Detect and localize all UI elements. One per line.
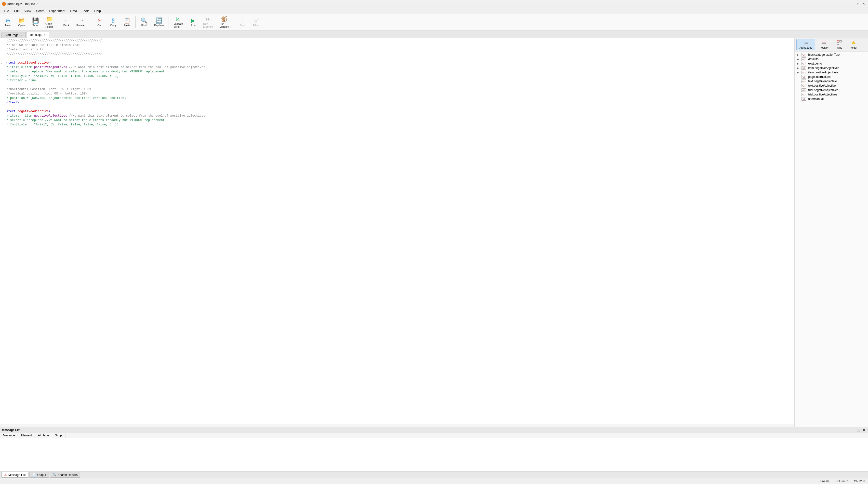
status-ch: Ch 2286: [854, 480, 865, 483]
tree-item-text-negative[interactable]: </>text.negativeAdjective: [795, 79, 868, 84]
tree-item-page-instructions[interactable]: </>page.instructions: [795, 74, 868, 79]
maximize-button[interactable]: □: [856, 1, 861, 6]
line-content: / position = (50%,40%) //(horizontal pos…: [3, 96, 795, 101]
paste-icon: 📋: [124, 18, 130, 23]
cut-icon: ✂: [97, 18, 102, 23]
sidebar-tab-label-folder: Folder: [849, 46, 857, 49]
code-span: negativeAdjective: [18, 110, 49, 113]
sidebar-tab-folder[interactable]: Folder: [846, 39, 860, 50]
code-span: //select our stimuli:: [6, 48, 45, 51]
toolbar-btn-find[interactable]: 🔍Find: [138, 17, 150, 28]
editor-scroll[interactable]: ////////////////////////////////////////…: [0, 38, 795, 424]
close-button[interactable]: ✕: [861, 1, 866, 6]
tree-expand-item-negative[interactable]: ▶: [797, 66, 800, 70]
toolbar-btn-paste[interactable]: 📋Paste: [121, 17, 133, 28]
find-label: Find: [142, 24, 147, 27]
tree-expand-defaults[interactable]: ▶: [797, 58, 800, 61]
title-bar: demo.iqjs* - Inquisit 7 ─ □ ✕: [0, 0, 868, 8]
toolbar-btn-forward[interactable]: →Forward: [73, 17, 89, 28]
toolbar-btn-validate[interactable]: ☑ValidateScript: [171, 15, 186, 29]
menu-item-experiment[interactable]: Experiment: [48, 8, 67, 13]
menu-item-tools[interactable]: Tools: [80, 8, 91, 13]
tree-item-expt-demo[interactable]: ▶</>expt.demo: [795, 61, 868, 66]
menu-item-view[interactable]: View: [22, 8, 33, 13]
code-span: positiveAdjective: [18, 61, 49, 65]
menu-item-data[interactable]: Data: [68, 8, 79, 13]
sidebar-tab-alphabetic[interactable]: ↑Alphabetic: [796, 39, 815, 50]
tree-item-block-categorization[interactable]: ▶</>block.categorizationTask: [795, 53, 868, 57]
message-expand-button[interactable]: ⬜: [857, 428, 861, 432]
line-content: <text positiveAdjective>: [3, 61, 795, 65]
tree-item-label-text-negative: text.negativeAdjective: [808, 80, 837, 83]
tree-expand-expt-demo[interactable]: ▶: [797, 62, 800, 65]
save-icon: 💾: [32, 18, 39, 23]
tree-expand-block-categorization[interactable]: ▶: [797, 53, 800, 56]
sidebar-panel: ↑AlphabeticPositionTypeFolder ▶</>block.…: [795, 38, 868, 427]
message-col-message[interactable]: Message: [0, 433, 18, 438]
toolbar-btn-cut[interactable]: ✂Cut: [93, 17, 106, 28]
tree-item-label-item-negative: item.negativeAdjectives: [808, 66, 839, 70]
message-close-button[interactable]: ✕: [862, 428, 866, 432]
toolbar-btn-open[interactable]: 📂Open: [15, 17, 28, 28]
fold-marker: [0, 70, 3, 74]
tree-item-text-positive[interactable]: </>text.positiveAdjective: [795, 84, 868, 88]
toolbar-btn-new[interactable]: ⊕New: [1, 17, 14, 28]
minimize-button[interactable]: ─: [850, 1, 855, 6]
fold-marker: [0, 43, 3, 48]
save-label: Save: [32, 24, 38, 27]
code-span: //Then we declare our text elements that: [6, 43, 80, 47]
line-content: </text>: [3, 101, 795, 105]
code-span: / items = item.: [6, 65, 34, 69]
fold-marker: [0, 92, 3, 96]
tree-item-item-negative[interactable]: ▶</>item.negativeAdjectives: [795, 66, 868, 70]
editor-line: / items = item.negativeAdjectives //we w…: [0, 114, 795, 119]
toolbar-btn-copy[interactable]: ⎘Copy: [107, 17, 120, 28]
toolbar-btn-replace[interactable]: 🔄Replace: [151, 17, 167, 28]
tab-start-page[interactable]: Start Page×: [1, 32, 26, 38]
line-content: ////////////////////////////////////////…: [3, 52, 795, 57]
fold-marker[interactable]: -: [0, 110, 3, 114]
menu-item-file[interactable]: File: [2, 8, 11, 13]
menu-item-edit[interactable]: Edit: [12, 8, 21, 13]
tree-expand-item-positive[interactable]: ▶: [797, 71, 800, 74]
tab-demo-iqjs[interactable]: demo.iqjs×: [26, 32, 49, 38]
menu-item-help[interactable]: Help: [92, 8, 103, 13]
message-col-attribute[interactable]: Attribute: [35, 433, 52, 438]
bottom-tab-message-list[interactable]: ⚠Message List: [1, 472, 28, 478]
editor-line: / fontStyle = ("Arial", 5%, false, false…: [0, 74, 795, 79]
toolbar-btn-run-monkey[interactable]: 🐒RunMonkey: [217, 15, 232, 29]
menu-item-script[interactable]: Script: [34, 8, 46, 13]
code-span: / select = noreplace //we want to select…: [6, 119, 165, 122]
toolbar-btn-open-folder[interactable]: 📁OpenFolder: [43, 15, 56, 29]
tab-close-start-page[interactable]: ×: [20, 34, 23, 37]
tree-item-trial-positive[interactable]: </>trial.positiveAdjectives: [795, 92, 868, 97]
tab-close-demo-iqjs[interactable]: ×: [44, 33, 46, 36]
bottom-tab-output[interactable]: 📄Output: [29, 472, 49, 478]
tree-item-defaults[interactable]: ▶</>defaults: [795, 57, 868, 61]
toolbar-btn-save[interactable]: 💾Save: [29, 17, 42, 28]
tree-item-user-manual[interactable]: </>userManual: [795, 97, 868, 101]
line-content: ////////////////////////////////////////…: [3, 39, 795, 43]
toolbar-btn-run[interactable]: ▶Run: [187, 17, 199, 28]
fold-marker: [0, 123, 3, 127]
sidebar-tab-position[interactable]: Position: [816, 39, 832, 50]
open-folder-label: OpenFolder: [45, 22, 53, 28]
line-content: / fontStyle = ("Arial", 5%, false, false…: [3, 123, 795, 127]
tree-code-icon-trial-negative: </>: [801, 88, 806, 92]
filter-icon: ▽: [254, 18, 258, 23]
bottom-tab-search-results[interactable]: 🔍Search Results: [50, 472, 80, 478]
tree-item-item-positive[interactable]: ▶</>item.positiveAdjectives: [795, 70, 868, 74]
sidebar-tab-type[interactable]: Type: [833, 39, 846, 50]
tree-item-trial-negative[interactable]: </>trial.negativeAdjectives: [795, 88, 868, 92]
message-col-element[interactable]: Element: [18, 433, 35, 438]
fold-marker: [0, 79, 3, 83]
toolbar-btn-back[interactable]: ←Back: [60, 17, 73, 28]
fold-marker[interactable]: -: [0, 61, 3, 65]
horizontal-scrollbar[interactable]: [0, 424, 795, 427]
editor-line: ////////////////////////////////////////…: [0, 52, 795, 57]
bottom-tab-icon-output: 📄: [32, 473, 36, 477]
line-content: / select = noreplace //we want to select…: [3, 119, 795, 123]
message-list-title: Message List: [2, 428, 20, 432]
message-col-script[interactable]: Script: [52, 433, 66, 438]
code-span: <text: [6, 61, 18, 65]
